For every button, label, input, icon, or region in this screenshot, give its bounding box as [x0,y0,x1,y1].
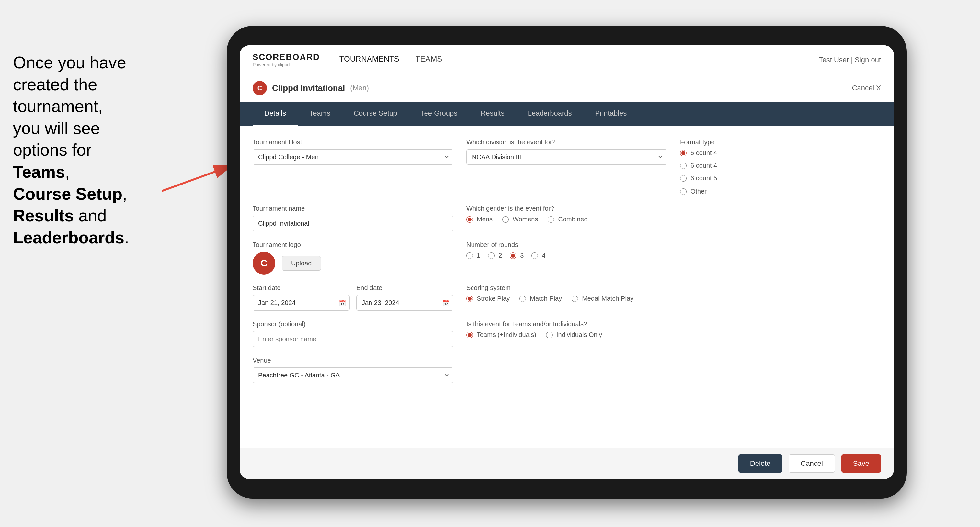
scoring-stroke[interactable]: Stroke Play [466,295,510,302]
format-6count5-radio[interactable] [680,175,687,182]
rounds-group: Number of rounds 1 2 3 [466,241,667,275]
nav-links: TOURNAMENTS TEAMS [339,54,819,65]
tab-tee-groups[interactable]: Tee Groups [409,102,469,125]
rounds-1-radio[interactable] [466,252,473,259]
tournament-title: C Clippd Invitational (Men) [253,81,369,95]
rounds-1[interactable]: 1 [466,252,480,259]
logo-area: SCOREBOARD Powered by clippd [253,52,320,67]
gender-combined-label: Combined [558,216,587,223]
division-select[interactable]: NCAA Division III [466,149,667,165]
rounds-3[interactable]: 3 [510,252,524,259]
rounds-4-label: 4 [542,252,546,259]
format-6count4[interactable]: 6 count 4 [680,162,881,169]
sponsor-label: Sponsor (optional) [253,321,453,328]
user-area[interactable]: Test User | Sign out [819,56,881,64]
format-6count4-label: 6 count 4 [690,162,717,169]
tablet-frame: SCOREBOARD Powered by clippd TOURNAMENTS… [227,26,907,498]
tournament-icon: C [253,81,267,95]
rounds-2-label: 2 [498,252,502,259]
scoring-group: Scoring system Stroke Play Match Play Me… [466,284,667,311]
sponsor-input[interactable] [253,331,453,347]
venue-select[interactable]: Peachtree GC - Atlanta - GA [253,367,453,383]
scoring-match[interactable]: Match Play [519,295,562,302]
individuals-only[interactable]: Individuals Only [546,331,602,339]
format-5count4[interactable]: 5 count 4 [680,149,881,157]
format-6count4-radio[interactable] [680,162,687,169]
tablet-screen: SCOREBOARD Powered by clippd TOURNAMENTS… [240,45,894,479]
tab-teams[interactable]: Teams [298,102,342,125]
gender-options: Mens Womens Combined [466,216,667,223]
scoring-match-label: Match Play [530,295,562,302]
tab-leaderboards[interactable]: Leaderboards [516,102,584,125]
scoring-stroke-radio[interactable] [466,295,473,302]
dates-group: Start date 📅 End date 📅 [253,284,453,311]
teams-plus-radio[interactable] [466,332,473,338]
tabs-bar: Details Teams Course Setup Tee Groups Re… [240,102,894,125]
gender-womens[interactable]: Womens [502,216,538,223]
format-6count5-label: 6 count 5 [690,175,717,182]
tournament-name-input[interactable] [253,216,453,232]
logo-sub: Powered by clippd [253,62,320,67]
top-navigation: SCOREBOARD Powered by clippd TOURNAMENTS… [240,45,894,75]
gender-combined[interactable]: Combined [548,216,587,223]
start-date-calendar-icon: 📅 [339,300,346,306]
upload-button[interactable]: Upload [282,256,321,271]
teams-individuals-label: Is this event for Teams and/or Individua… [466,321,667,328]
format-other[interactable]: Other [680,188,881,195]
rounds-2[interactable]: 2 [488,252,502,259]
individuals-only-radio[interactable] [546,332,552,338]
empty-col3-r3 [680,241,881,275]
empty-col3-r4 [680,284,881,311]
format-other-radio[interactable] [680,188,687,195]
start-date-input[interactable] [253,295,350,311]
rounds-4[interactable]: 4 [531,252,546,259]
format-6count5[interactable]: 6 count 5 [680,175,881,182]
tab-course-setup[interactable]: Course Setup [342,102,409,125]
scoring-label: Scoring system [466,284,667,292]
tab-results[interactable]: Results [469,102,516,125]
end-date-calendar-icon: 📅 [442,300,450,306]
scoring-match-radio[interactable] [519,295,526,302]
tournament-bar: C Clippd Invitational (Men) Cancel X [240,75,894,102]
cancel-button[interactable]: Cancel [789,454,835,473]
tournament-host-select[interactable]: Clippd College - Men [253,149,453,165]
tournament-logo-group: Tournament logo C Upload [253,241,453,275]
gender-group: Which gender is the event for? Mens Wome… [466,205,667,232]
nav-tournaments[interactable]: TOURNAMENTS [339,54,399,65]
scoring-medal-match[interactable]: Medal Match Play [572,295,633,302]
rounds-3-radio[interactable] [510,252,516,259]
scoring-stroke-label: Stroke Play [477,295,510,302]
format-type-options: 5 count 4 6 count 4 6 count 5 [680,149,881,182]
scoring-medal-label: Medal Match Play [582,295,633,302]
tab-details[interactable]: Details [253,102,298,125]
scoring-medal-radio[interactable] [572,295,578,302]
sponsor-group: Sponsor (optional) [253,321,453,347]
save-button[interactable]: Save [842,454,881,473]
rounds-4-radio[interactable] [531,252,538,259]
rounds-1-label: 1 [477,252,480,259]
rounds-options: 1 2 3 4 [466,252,667,259]
teams-plus-individuals[interactable]: Teams (+Individuals) [466,331,536,339]
gender-combined-radio[interactable] [548,216,554,223]
format-5count4-label: 5 count 4 [690,149,717,157]
gender-mens[interactable]: Mens [466,216,493,223]
gender-mens-label: Mens [477,216,493,223]
rounds-2-radio[interactable] [488,252,495,259]
gender-womens-radio[interactable] [502,216,509,223]
gender-womens-label: Womens [513,216,538,223]
cancel-top-button[interactable]: Cancel X [852,84,881,92]
end-date-input[interactable] [356,295,453,311]
tournament-logo-label: Tournament logo [253,241,453,249]
tab-printables[interactable]: Printables [583,102,638,125]
nav-teams[interactable]: TEAMS [415,54,442,65]
tournament-name-label: Tournament name [253,205,453,212]
tournament-host-label: Tournament Host [253,138,453,146]
logo-upload-area: C Upload [253,252,453,275]
rounds-3-label: 3 [520,252,524,259]
tournament-name-group: Tournament name [253,205,453,232]
division-group: Which division is the event for? NCAA Di… [466,138,667,195]
format-other-label: Other [690,188,707,195]
gender-mens-radio[interactable] [466,216,473,223]
delete-button[interactable]: Delete [738,454,783,473]
format-5count4-radio[interactable] [680,150,687,156]
